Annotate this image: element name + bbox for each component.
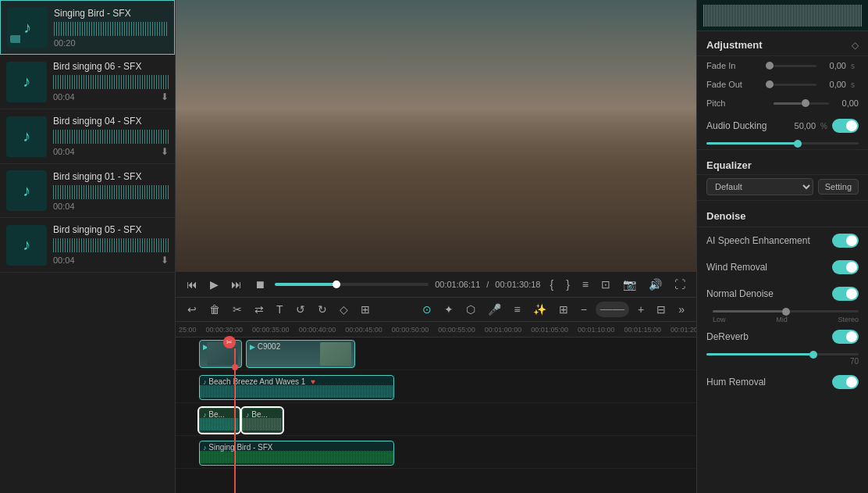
ai-speech-row: AI Speech Enhancement — [697, 227, 868, 254]
ruler-mark: 00:00:35:00 — [252, 326, 299, 334]
adjustment-title: Adjustment — [706, 39, 763, 51]
play-button[interactable]: ▶ — [207, 277, 222, 292]
rocks-overlay — [176, 109, 696, 271]
audio-ducking-value: 50,00 — [795, 121, 816, 130]
normal-denoise-slider[interactable] — [713, 310, 859, 313]
normal-denoise-toggle[interactable] — [832, 287, 859, 301]
delete-button[interactable]: 🗑 — [205, 301, 224, 318]
wind-removal-toggle[interactable] — [832, 260, 859, 274]
clip-be-2[interactable]: ♪ Be... — [242, 408, 283, 433]
ducking-fill — [706, 142, 798, 145]
sound-info-5: Bird singing 05 - SFX 00:04 ⬇ — [53, 224, 169, 266]
hum-removal-row: Hum Removal — [697, 369, 868, 395]
eq-select[interactable]: Default — [706, 178, 813, 195]
music-note-icon: ♪ — [23, 19, 31, 37]
pitch-handle[interactable] — [802, 99, 809, 107]
ai-speech-toggle[interactable] — [832, 234, 859, 248]
pitch-row: Pitch 0,00 — [697, 94, 868, 113]
mark-in-button[interactable]: { — [546, 277, 557, 292]
ducking-slider-track[interactable] — [706, 142, 859, 145]
rotate-right-button[interactable]: ↻ — [314, 301, 331, 318]
grid-button[interactable]: ⊞ — [357, 301, 374, 318]
playback-progress[interactable] — [275, 283, 429, 286]
ruler-mark: 00:01:10:00 — [578, 326, 624, 334]
text-button[interactable]: T — [272, 301, 287, 318]
layout-button[interactable]: ⊟ — [653, 301, 670, 318]
snapshot-button[interactable]: 📷 — [620, 277, 639, 292]
split-button[interactable]: ⇄ — [251, 301, 268, 318]
stop-button[interactable]: ⏹ — [251, 277, 269, 292]
color-button[interactable]: ◇ — [336, 301, 352, 318]
ruler-mark: 00:00:30:00 — [206, 326, 253, 334]
speed-button[interactable]: ≡ — [579, 277, 592, 292]
sound-title-5: Bird singing 05 - SFX — [53, 224, 169, 235]
fit-button[interactable]: ⊡ — [598, 277, 614, 292]
magic-button[interactable]: ✨ — [529, 301, 550, 318]
sound-list-panel: ♪ Singing Bird - SFX 00:20 ♪ Bird singin… — [0, 0, 176, 493]
skip-forward-button[interactable]: ⏭ — [228, 277, 245, 292]
playhead[interactable]: ✂ — [229, 338, 230, 493]
ducking-handle[interactable] — [794, 140, 802, 148]
sound-info-3: Bird singing 04 - SFX 00:04 ⬇ — [53, 116, 169, 157]
download-icon-5[interactable]: ⬇ — [161, 255, 169, 266]
cut-button[interactable]: ✂ — [229, 301, 246, 318]
download-icon-2[interactable]: ⬇ — [161, 91, 169, 102]
volume-button[interactable]: 🔊 — [646, 277, 665, 292]
equalizer-controls: Default Setting — [697, 175, 868, 198]
minus-button[interactable]: − — [577, 301, 591, 318]
wind-removal-row: Wind Removal — [697, 254, 868, 280]
audio-ducking-toggle[interactable] — [832, 119, 859, 133]
fullscreen-button[interactable]: ⛶ — [671, 277, 688, 292]
video-track-row: ▶ C9152 ▶ C9002 — [176, 338, 696, 370]
fade-out-slider[interactable] — [774, 84, 816, 86]
hum-removal-label: Hum Removal — [706, 377, 766, 388]
sound-item-3[interactable]: ♪ Bird singing 04 - SFX 00:04 ⬇ — [0, 109, 175, 164]
plus-button[interactable]: + — [634, 301, 648, 318]
normal-denoise-handle[interactable] — [782, 308, 790, 316]
hum-removal-toggle[interactable] — [832, 375, 859, 389]
ruler-mark: 00:01:05:00 — [531, 326, 578, 334]
dereverb-toggle[interactable] — [832, 330, 859, 344]
pitch-slider[interactable] — [774, 102, 829, 105]
divider-2 — [697, 200, 868, 201]
sound-item-1[interactable]: ♪ Singing Bird - SFX 00:20 — [0, 0, 175, 55]
normal-denoise-slider-row — [697, 307, 868, 316]
sound-meta-2: 00:04 ⬇ — [53, 91, 169, 102]
caption-button[interactable]: ≡ — [510, 301, 524, 318]
fade-in-slider[interactable] — [774, 65, 816, 67]
sound-item-4[interactable]: ♪ Bird singing 01 - SFX 00:04 — [0, 164, 175, 218]
music-note-icon-3: ♪ — [23, 127, 30, 145]
fade-out-handle[interactable] — [766, 80, 774, 88]
sound-item-2[interactable]: ♪ Bird singing 06 - SFX 00:04 ⬇ — [0, 55, 175, 109]
dereverb-label: DeReverb — [706, 331, 749, 342]
undo-button[interactable]: ↩ — [183, 301, 201, 318]
skip-back-button[interactable]: ⏮ — [183, 277, 201, 292]
download-icon-3[interactable]: ⬇ — [161, 146, 169, 157]
equalizer-section: Equalizer — [697, 152, 868, 175]
right-panel: Adjustment ◇ Fade In 0,00 s Fade Out 0,0… — [696, 0, 868, 493]
mark-out-button[interactable]: } — [563, 277, 573, 292]
fade-in-handle[interactable] — [766, 62, 774, 70]
clip-c9002[interactable]: ▶ C9002 — [246, 340, 355, 368]
rotate-left-button[interactable]: ↺ — [292, 301, 309, 318]
toolbar-row: ↩ 🗑 ✂ ⇄ T ↺ ↻ ◇ ⊞ ⊙ ✦ ⬡ 🎤 ≡ ✨ ⊞ − ──── +… — [176, 297, 696, 321]
sound-duration-2: 00:04 — [53, 92, 75, 102]
more-button[interactable]: » — [674, 301, 688, 318]
progress-handle[interactable] — [333, 280, 340, 288]
mic-button[interactable]: 🎤 — [484, 301, 505, 318]
center-area: ⏮ ▶ ⏭ ⏹ 00:01:06:11 / 00:01:30:18 { } ≡ … — [176, 0, 696, 493]
dereverb-slider-track[interactable] — [706, 353, 859, 355]
dereverb-handle[interactable] — [809, 351, 817, 359]
effects-button[interactable]: ✦ — [440, 301, 457, 318]
current-time: 00:01:06:11 — [435, 280, 480, 289]
total-time: 00:01:30:18 — [495, 280, 540, 289]
fade-in-label: Fade In — [706, 61, 769, 70]
sound-item-5[interactable]: ♪ Bird singing 05 - SFX 00:04 ⬇ — [0, 218, 175, 273]
sound-waveform-4 — [53, 185, 169, 199]
fade-in-unit: s — [851, 62, 859, 70]
crop-button[interactable]: ⊞ — [555, 301, 572, 318]
shield-button[interactable]: ⬡ — [462, 301, 479, 318]
ai-speech-label: AI Speech Enhancement — [706, 235, 810, 246]
track-view-button[interactable]: ⊙ — [418, 301, 436, 318]
eq-setting-button[interactable]: Setting — [818, 179, 859, 195]
